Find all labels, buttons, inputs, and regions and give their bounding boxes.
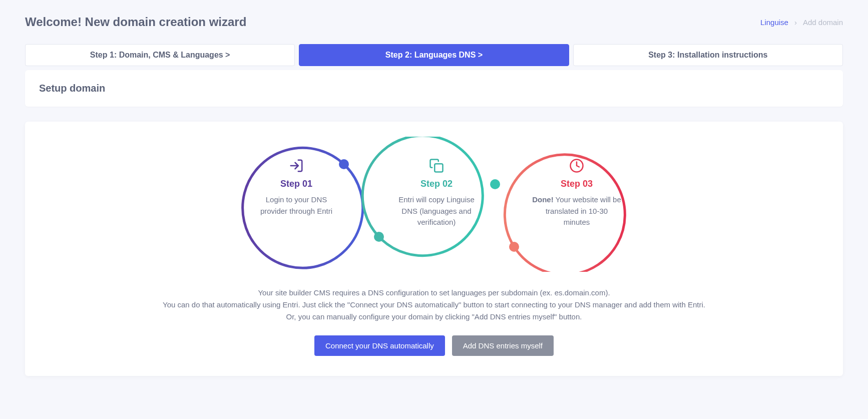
info-line-2: You can do that automatically using Entr…	[45, 299, 823, 311]
svg-point-2	[374, 232, 384, 242]
chevron-right-icon: ›	[794, 18, 797, 27]
info-line-1: Your site builder CMS requires a DNS con…	[45, 287, 823, 299]
info-line-3: Or, you can manually configure your doma…	[45, 311, 823, 323]
breadcrumb-current: Add domain	[803, 18, 843, 27]
info-text: Your site builder CMS requires a DNS con…	[45, 287, 823, 323]
breadcrumb-root-link[interactable]: Linguise	[760, 18, 788, 27]
tab-step-1[interactable]: Step 1: Domain, CMS & Languages >	[25, 44, 295, 66]
step-1-title: Step 01	[251, 179, 341, 189]
tab-step-3[interactable]: Step 3: Installation instructions	[573, 44, 843, 66]
tab-step-2[interactable]: Step 2: Languages DNS >	[299, 44, 569, 66]
steps-diagram: Step 01 Login to your DNS provider throu…	[45, 137, 823, 272]
clock-icon	[532, 157, 622, 175]
step-3-title: Step 03	[532, 179, 622, 189]
step-2-block: Step 02 Entri will copy Linguise DNS (la…	[391, 157, 482, 228]
step-2-title: Step 02	[391, 179, 482, 189]
action-buttons: Connect your DNS automatically Add DNS e…	[45, 335, 823, 356]
step-1-block: Step 01 Login to your DNS provider throu…	[251, 157, 341, 217]
page-title: Welcome! New domain creation wizard	[25, 15, 246, 29]
setup-panel: Setup domain	[25, 70, 843, 107]
step-3-block: Step 03 Done! Your website will be trans…	[532, 157, 622, 228]
step-3-desc: Done! Your website will be translated in…	[532, 194, 622, 228]
copy-icon	[391, 157, 482, 175]
step-1-desc: Login to your DNS provider through Entri	[251, 194, 341, 217]
panel-title: Setup domain	[39, 83, 829, 94]
login-icon	[251, 157, 341, 175]
svg-rect-5	[435, 164, 443, 172]
add-dns-manually-button[interactable]: Add DNS entries myself	[452, 335, 554, 356]
page-header: Welcome! New domain creation wizard Ling…	[25, 15, 843, 29]
svg-point-3	[509, 242, 519, 252]
breadcrumb: Linguise › Add domain	[760, 18, 843, 27]
content-panel: Step 01 Login to your DNS provider throu…	[25, 122, 843, 376]
step-2-desc: Entri will copy Linguise DNS (languages …	[391, 194, 482, 228]
svg-point-1	[490, 179, 500, 189]
connect-dns-button[interactable]: Connect your DNS automatically	[314, 335, 445, 356]
wizard-tabs: Step 1: Domain, CMS & Languages > Step 2…	[25, 44, 843, 66]
